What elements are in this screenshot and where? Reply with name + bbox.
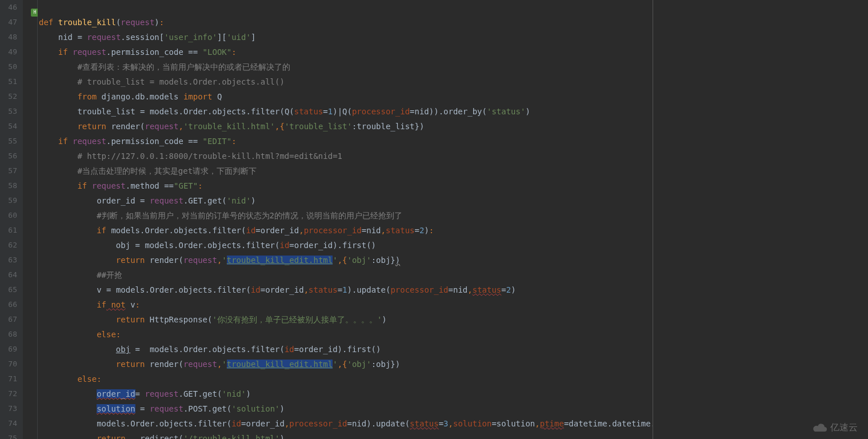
code-line[interactable]: obj = models.Order.objects.filter(id=ord… [38, 342, 653, 357]
line-number: 71 [0, 372, 17, 386]
code-line[interactable]: return render(request,'troubel_kill_edit… [38, 357, 653, 372]
code-text-area[interactable]: def trouble_kill(request): nid = request… [38, 0, 653, 439]
cloud-icon [812, 423, 828, 433]
line-number: 49 [0, 45, 17, 59]
code-line[interactable]: solution = request.POST.get('solution') [38, 401, 653, 416]
line-number: 74 [0, 416, 17, 431]
line-number: 67 [0, 312, 17, 327]
line-number: 64 [0, 268, 17, 282]
line-number: 75 [0, 431, 17, 439]
line-number: 54 [0, 119, 17, 134]
line-number: 61 [0, 223, 17, 238]
code-line[interactable]: if request.permission_code == "EDIT": [38, 134, 653, 149]
code-line[interactable]: return HttpResponse('你没有抢到，单子已经被别人接单了。。。… [38, 312, 653, 327]
line-number: 48 [0, 30, 17, 45]
line-number-gutter: 46 47 48 49 50 51 52 53 54 55 56 57 58 5… [0, 0, 23, 439]
line-number: 72 [0, 386, 17, 401]
code-line[interactable]: else: [38, 327, 653, 342]
line-number: 60 [0, 208, 17, 223]
code-line[interactable]: if request.permission_code == "LOOK": [38, 45, 653, 59]
line-number: 53 [0, 104, 17, 119]
watermark-text: 亿速云 [830, 422, 858, 434]
code-line[interactable]: if not v: [38, 297, 653, 312]
code-line[interactable]: if request.method =="GET": [38, 178, 653, 193]
line-number: 47 [0, 15, 17, 30]
line-number: 57 [0, 163, 17, 178]
line-number: 56 [0, 149, 17, 163]
code-line[interactable]: order_id = request.GET.get('nid') [38, 193, 653, 208]
code-line[interactable]: # http://127.0.0.1:8000/trouble-kill.htm… [38, 149, 653, 163]
code-line[interactable]: #当点击处理的时候，其实是get请求，下面判断下 [38, 163, 653, 178]
code-line[interactable]: obj = models.Order.objects.filter(id=ord… [38, 238, 653, 253]
code-line[interactable]: order_id= request.GET.get('nid') [38, 386, 653, 401]
line-number: 59 [0, 193, 17, 208]
line-number: 55 [0, 134, 17, 149]
code-line[interactable]: v = models.Order.objects.filter(id=order… [38, 282, 653, 297]
folding-gutter[interactable]: H [23, 0, 38, 439]
code-line[interactable]: from django.db.models import Q [38, 89, 653, 104]
code-line[interactable]: if models.Order.objects.filter(id=order_… [38, 223, 653, 238]
code-line[interactable]: # trouble_list = models.Order.objects.al… [38, 74, 653, 89]
watermark: 亿速云 [812, 422, 858, 434]
code-line[interactable]: ##开抢 [38, 268, 653, 282]
code-line[interactable]: return render(request,'trouble_kill.html… [38, 119, 653, 134]
code-line[interactable] [38, 0, 653, 15]
line-number: 51 [0, 74, 17, 89]
side-panel [653, 0, 868, 439]
line-number: 69 [0, 342, 17, 357]
code-line[interactable]: #判断，如果当前用户，对当前的订单号的状态为2的情况，说明当前的用户已经抢到了 [38, 208, 653, 223]
line-number: 52 [0, 89, 17, 104]
line-number: 66 [0, 297, 17, 312]
code-editor: 46 47 48 49 50 51 52 53 54 55 56 57 58 5… [0, 0, 868, 439]
line-number: 46 [0, 0, 17, 15]
line-number: 65 [0, 282, 17, 297]
line-number: 70 [0, 357, 17, 372]
line-number: 62 [0, 238, 17, 253]
code-line[interactable]: return redirect('/trouble-kill.html') [38, 431, 653, 439]
code-line[interactable]: #查看列表：未解决的，当前用户解决中的或者已经解决了的 [38, 59, 653, 74]
line-number: 58 [0, 178, 17, 193]
line-number: 68 [0, 327, 17, 342]
line-number: 63 [0, 253, 17, 268]
code-line[interactable]: nid = request.session['user_info']['uid'… [38, 30, 653, 45]
code-line[interactable]: return render(request,'troubel_kill_edit… [38, 253, 653, 268]
code-line[interactable]: else: [38, 372, 653, 386]
line-number: 73 [0, 401, 17, 416]
code-line[interactable]: trouble_list = models.Order.objects.filt… [38, 104, 653, 119]
code-line[interactable]: def trouble_kill(request): [38, 15, 653, 30]
line-number: 50 [0, 59, 17, 74]
code-line[interactable]: models.Order.objects.filter(id=order_id,… [38, 416, 653, 431]
